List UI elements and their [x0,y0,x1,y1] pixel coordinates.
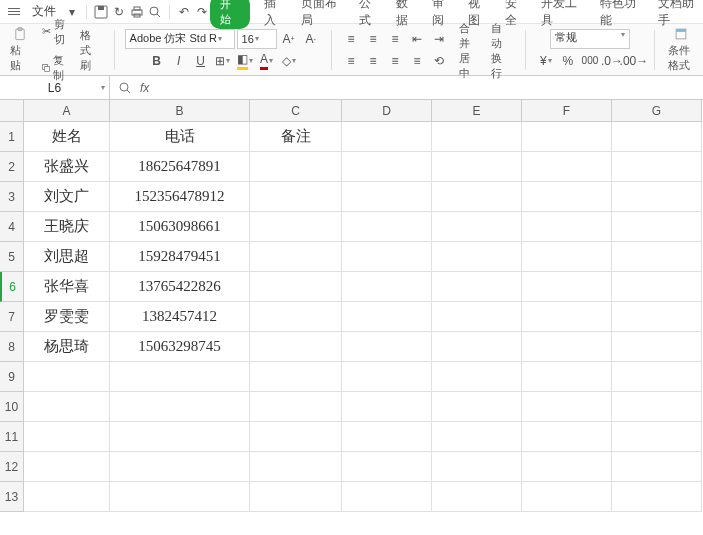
tab-layout[interactable]: 页面布局 [301,0,346,29]
align-left-icon[interactable]: ≡ [341,51,361,71]
cell[interactable] [342,332,432,362]
cell[interactable] [432,212,522,242]
cell[interactable]: 18625647891 [110,152,250,182]
cell[interactable] [432,392,522,422]
cell[interactable] [522,302,612,332]
italic-icon[interactable]: I [169,51,189,71]
cell[interactable] [250,272,342,302]
cell[interactable] [342,242,432,272]
indent-increase-icon[interactable]: ⇥ [429,29,449,49]
cell[interactable] [612,242,702,272]
row-header[interactable]: 12 [0,452,24,482]
cell[interactable] [24,482,110,512]
row-header[interactable]: 8 [0,332,24,362]
cell[interactable] [612,392,702,422]
redo-icon[interactable]: ↷ [194,4,210,20]
cell[interactable] [432,422,522,452]
cell[interactable] [432,272,522,302]
cell[interactable] [342,302,432,332]
cell[interactable] [522,482,612,512]
cell[interactable]: 15928479451 [110,242,250,272]
tab-data[interactable]: 数据 [396,0,418,29]
cell[interactable]: 电话 [110,122,250,152]
align-center-icon[interactable]: ≡ [363,51,383,71]
cell[interactable] [342,212,432,242]
cell[interactable] [522,422,612,452]
cell[interactable] [432,122,522,152]
align-right-icon[interactable]: ≡ [385,51,405,71]
tab-formula[interactable]: 公式 [359,0,381,29]
cut-button[interactable]: ✂ 剪切 [38,15,72,49]
cell[interactable]: 王晓庆 [24,212,110,242]
cell[interactable]: 张盛兴 [24,152,110,182]
cell[interactable] [522,182,612,212]
border-icon[interactable]: ⊞▾ [213,51,233,71]
fill-color-icon[interactable]: ◧▾ [235,51,255,71]
row-header[interactable]: 9 [0,362,24,392]
cell[interactable] [250,332,342,362]
tab-dochelper[interactable]: 文档助手 [658,0,703,29]
column-header[interactable]: F [522,100,612,122]
cell[interactable] [250,422,342,452]
cell[interactable]: 15063298745 [110,332,250,362]
decrease-font-icon[interactable]: A- [301,29,321,49]
cell[interactable] [612,272,702,302]
cell[interactable] [522,242,612,272]
font-size-combo[interactable]: 16▾ [237,29,277,49]
cell[interactable]: 罗雯雯 [24,302,110,332]
cell[interactable] [432,452,522,482]
column-header[interactable]: C [250,100,342,122]
currency-icon[interactable]: ¥▾ [536,51,556,71]
cell[interactable] [612,302,702,332]
cell[interactable]: 备注 [250,122,342,152]
cell[interactable] [432,242,522,272]
cell[interactable] [250,242,342,272]
cell[interactable] [612,332,702,362]
underline-icon[interactable]: U [191,51,211,71]
cell[interactable] [250,212,342,242]
cell[interactable] [250,302,342,332]
paste-button[interactable]: 粘贴 [6,27,34,73]
cell[interactable] [522,272,612,302]
align-bottom-icon[interactable]: ≡ [385,29,405,49]
wrap-text-button[interactable]: 自动换行 [487,27,515,73]
tab-devtools[interactable]: 开发工具 [541,0,586,29]
cell[interactable] [342,182,432,212]
cell[interactable]: 姓名 [24,122,110,152]
cell[interactable] [342,452,432,482]
cell[interactable] [24,422,110,452]
indent-decrease-icon[interactable]: ⇤ [407,29,427,49]
tab-insert[interactable]: 插入 [264,0,286,29]
cell[interactable] [250,362,342,392]
cell[interactable] [342,122,432,152]
cell[interactable] [24,362,110,392]
cell[interactable] [342,482,432,512]
format-painter-button[interactable]: 格式刷 [76,27,104,73]
cell[interactable] [250,392,342,422]
row-header[interactable]: 13 [0,482,24,512]
cell[interactable] [522,392,612,422]
decrease-decimal-icon[interactable]: .00→ [624,51,644,71]
cell[interactable] [612,152,702,182]
cell[interactable] [522,122,612,152]
row-header[interactable]: 6 [0,272,24,302]
conditional-format-button[interactable]: 条件格式 [664,27,697,73]
cell-grid[interactable]: 姓名电话备注张盛兴18625647891刘文广152356478912王晓庆15… [24,122,703,512]
row-header[interactable]: 11 [0,422,24,452]
cell[interactable] [612,452,702,482]
cell[interactable] [342,422,432,452]
number-format-combo[interactable]: 常规▾ [550,29,630,49]
row-header[interactable]: 2 [0,152,24,182]
bold-icon[interactable]: B [147,51,167,71]
column-header[interactable]: E [432,100,522,122]
cell[interactable] [522,212,612,242]
cell[interactable] [522,332,612,362]
orientation-icon[interactable]: ⟲ [429,51,449,71]
column-header[interactable]: D [342,100,432,122]
align-justify-icon[interactable]: ≡ [407,51,427,71]
cell[interactable]: 13765422826 [110,272,250,302]
cell[interactable]: 刘文广 [24,182,110,212]
tab-start[interactable]: 开始 [210,0,250,29]
cell[interactable]: 刘思超 [24,242,110,272]
merge-center-button[interactable]: 合并居中 [455,27,483,73]
